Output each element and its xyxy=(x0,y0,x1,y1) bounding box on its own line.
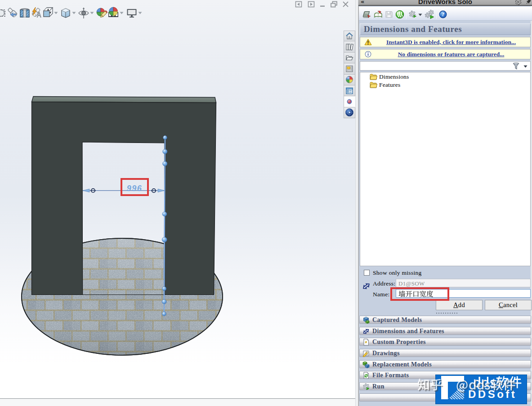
custom-properties-icon xyxy=(362,339,370,346)
annotation-box-dimension xyxy=(121,178,149,196)
tab-custom-properties[interactable] xyxy=(344,85,355,96)
section-replacement-models[interactable]: Replacement Models xyxy=(359,360,531,368)
tab-appearances-scenes[interactable] xyxy=(344,75,355,85)
restore-button[interactable] xyxy=(331,2,337,7)
panel-toolbar[interactable]: ? xyxy=(359,8,532,21)
view-settings-icon[interactable] xyxy=(126,6,138,20)
filter-funnel-icon[interactable] xyxy=(513,62,519,70)
toolbar-separator xyxy=(372,9,372,19)
display-style-icon[interactable] xyxy=(60,6,72,20)
display-style-dropdown[interactable] xyxy=(72,12,76,14)
capture-tree[interactable]: Dimensions Features xyxy=(360,72,531,266)
run-capture-icon[interactable] xyxy=(425,9,435,19)
books-icon xyxy=(345,43,353,51)
run-icon xyxy=(362,383,370,390)
notice-no-captures[interactable]: No dimensions or features are captured..… xyxy=(360,49,531,59)
section-header: Dimensions and Features xyxy=(360,23,531,35)
dimension-handle-left[interactable] xyxy=(90,189,96,192)
panel-splitter[interactable] xyxy=(355,0,358,406)
folder-icon xyxy=(370,74,377,80)
svg-text:?: ? xyxy=(442,11,444,18)
tab-file-explorer[interactable] xyxy=(344,53,355,63)
help-icon[interactable]: ? xyxy=(439,10,447,18)
previous-document-button[interactable] xyxy=(296,2,302,7)
edit-appearance-icon[interactable] xyxy=(96,6,107,20)
folder-open-icon xyxy=(345,54,353,62)
warning-triangle-icon xyxy=(364,39,372,45)
zoom-to-area-icon[interactable] xyxy=(0,6,6,20)
dimension-handle-right[interactable] xyxy=(151,189,156,192)
name-label: Name: xyxy=(373,291,390,298)
file-formats-icon xyxy=(362,372,370,379)
view-palette-icon xyxy=(345,65,353,73)
address-label: Address: xyxy=(373,280,395,287)
capture-settings-dropdown[interactable] xyxy=(418,13,422,16)
dynamic-annotation-views-icon[interactable] xyxy=(30,6,42,20)
save-project-icon[interactable] xyxy=(385,10,393,18)
info-circle-icon xyxy=(364,51,372,58)
graphics-viewport[interactable]: 996 xyxy=(0,0,355,406)
apply-scene-icon[interactable] xyxy=(107,6,119,20)
custom-properties-form-icon xyxy=(345,87,353,95)
new-project-icon[interactable] xyxy=(362,10,371,18)
panel-title-bar[interactable]: « DriveWorks Solo xyxy=(358,0,532,6)
minimize-button[interactable] xyxy=(320,6,325,7)
hide-show-items-dropdown[interactable] xyxy=(90,12,94,14)
task-pane-tabs[interactable] xyxy=(344,31,355,118)
apply-scene-dropdown[interactable] xyxy=(120,12,124,14)
filter-dropdown[interactable] xyxy=(523,65,528,68)
cancel-button[interactable]: Cancel xyxy=(485,300,532,310)
notice-link[interactable]: Instant3D is enabled, click for more inf… xyxy=(372,39,530,46)
section-view-icon[interactable] xyxy=(19,6,31,20)
settings-gear-icon[interactable] xyxy=(515,0,522,5)
document-window-controls[interactable] xyxy=(292,0,353,9)
view-orientation-icon[interactable] xyxy=(42,6,54,20)
driveworks-solo-ball-icon xyxy=(346,98,353,105)
folder-icon xyxy=(370,82,377,88)
home-icon xyxy=(345,32,353,40)
panel-content: Dimensions and Features Instant3D is ena… xyxy=(358,21,532,406)
next-document-button[interactable] xyxy=(308,2,314,7)
dimensions-features-icon xyxy=(362,328,370,335)
annotation-box-name-field xyxy=(390,287,449,301)
appearances-sphere-icon xyxy=(345,76,353,84)
status-band xyxy=(0,399,355,406)
tree-item-features[interactable]: Features xyxy=(370,81,530,89)
notice-instant3d[interactable]: Instant3D is enabled, click for more inf… xyxy=(360,37,531,47)
dimension-capture-icon xyxy=(362,282,371,290)
captured-models-icon xyxy=(362,317,370,324)
close-button[interactable] xyxy=(343,2,348,7)
open-project-icon[interactable] xyxy=(374,10,383,18)
tab-view-palette[interactable] xyxy=(344,63,355,74)
filter-box[interactable] xyxy=(360,61,531,71)
splitter-dots[interactable] xyxy=(436,312,459,314)
tab-solidworks-resources[interactable] xyxy=(344,31,355,41)
show-only-missing-checkbox[interactable] xyxy=(364,270,370,276)
show-only-missing-label: Show only missing xyxy=(373,269,422,277)
panel-title: DriveWorks Solo xyxy=(358,0,532,5)
replacement-models-icon xyxy=(362,361,370,368)
section-drawings[interactable]: Drawings xyxy=(359,349,531,357)
notice-link[interactable]: No dimensions or features are captured..… xyxy=(372,51,530,58)
ddsoft-logo-box: dds软件 DDSoft xyxy=(435,375,527,404)
add-button[interactable]: Add xyxy=(436,300,483,310)
section-captured-models[interactable]: Captured Models xyxy=(359,316,531,324)
section-dimensions-features[interactable]: Dimensions and Features xyxy=(359,327,531,335)
toolbar-separator xyxy=(436,9,437,19)
tree-item-dimensions[interactable]: Dimensions xyxy=(370,73,530,80)
view-settings-dropdown[interactable] xyxy=(138,12,142,14)
tab-driveworks-solo[interactable] xyxy=(344,96,355,107)
capture-settings-icon[interactable] xyxy=(408,10,417,18)
toolbar-separator xyxy=(406,9,407,19)
tab-driveworks-addin[interactable] xyxy=(344,107,355,118)
driveworks-addin-globe-icon xyxy=(345,108,354,117)
section-custom-properties[interactable]: Custom Properties xyxy=(359,338,531,346)
address-input[interactable]: D1@SOW xyxy=(396,279,531,287)
view-orientation-dropdown[interactable] xyxy=(54,12,58,14)
previous-view-icon[interactable] xyxy=(7,6,19,20)
hide-show-items-icon[interactable] xyxy=(78,6,89,20)
driveworks-live-icon[interactable] xyxy=(395,10,404,19)
pin-icon[interactable] xyxy=(525,0,532,5)
tab-design-library[interactable] xyxy=(344,41,355,52)
model-scene: 996 xyxy=(0,0,355,406)
